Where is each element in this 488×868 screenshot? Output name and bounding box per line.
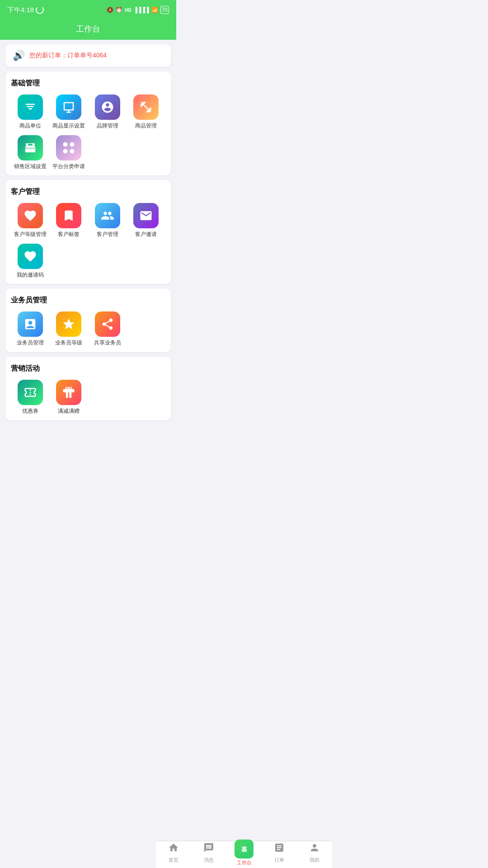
icon-product-unit [18,94,43,120]
icon-salesperson-level [56,311,81,337]
item-salesperson-level[interactable]: 业务员等级 [50,311,89,347]
icon-product-display [56,94,81,120]
bottom-nav: 首页 消息 嘉 工作台 订单 我的 [156,841,176,868]
item-customer-tag[interactable]: 客户标签 [50,203,89,238]
speaker-icon: 🔊 [13,50,25,61]
icon-customer-tag [56,203,81,228]
item-discount-gift[interactable]: 满减满赠 [50,380,89,415]
svg-point-2 [63,149,68,153]
label-coupon: 优惠券 [22,408,38,415]
label-my-invite-code: 我的邀请码 [17,272,44,279]
label-customer-invite: 客户邀请 [135,231,157,238]
page-title: 工作台 [0,24,176,34]
signal-icon: ▐▐▐▐ [134,7,149,13]
notification-text: 您的新订单：订单单号4064 [29,52,107,60]
basic-icon-grid: 商品单位 商品显示设置 品牌管理 商品管理 [11,94,165,170]
icon-discount-gift [56,380,81,405]
item-product-unit[interactable]: 商品单位 [11,94,50,130]
label-salesperson-level: 业务员等级 [55,340,82,347]
label-sales-region: 销售区域设置 [14,163,47,170]
label-customer-tag: 客户标签 [58,231,80,238]
label-product-manage: 商品管理 [135,123,157,130]
item-my-invite-code[interactable]: 我的邀请码 [11,244,50,279]
status-time: 下午4:18 [7,6,44,14]
item-platform-category[interactable]: 平台分类申请 [50,135,89,170]
alarm-icon: ⏰ [116,7,122,13]
notification-bar[interactable]: 🔊 您的新订单：订单单号4064 [5,44,171,67]
item-product-manage[interactable]: 商品管理 [127,94,166,130]
icon-share-salesperson [95,311,120,337]
svg-point-3 [70,149,75,153]
wifi-icon: 📶 [151,7,158,13]
label-customer-manage: 客户管理 [97,231,118,238]
section-customer: 客户管理 客户等级管理 客户标签 客户管理 [5,180,171,284]
label-share-salesperson: 共享业务员 [94,340,121,347]
section-customer-title: 客户管理 [11,187,165,197]
icon-sales-region [18,135,43,160]
refresh-icon [36,6,44,14]
status-icons: 🔕 ⏰ HD ▐▐▐▐ 📶 70 [107,6,169,14]
customer-icon-grid: 客户等级管理 客户标签 客户管理 客户邀请 [11,203,165,278]
label-discount-gift: 满减满赠 [58,408,80,415]
icon-product-manage [133,94,159,120]
nav-home[interactable]: 首页 [156,842,176,863]
item-sales-region[interactable]: 销售区域设置 [11,135,50,170]
label-product-display: 商品显示设置 [52,123,85,130]
home-icon [168,842,176,856]
icon-customer-manage [95,203,120,228]
battery-icon: 70 [160,6,169,14]
item-customer-manage[interactable]: 客户管理 [88,203,127,238]
marketing-icon-grid: 优惠券 满减满赠 [11,380,165,415]
icon-my-invite-code [18,244,43,269]
section-marketing-title: 营销活动 [11,364,165,373]
app-header: 工作台 [0,20,176,40]
label-platform-category: 平台分类申请 [52,163,85,170]
salesperson-icon-grid: 业务员管理 业务员等级 共享业务员 [11,311,165,347]
item-share-salesperson[interactable]: 共享业务员 [88,311,127,347]
item-customer-level[interactable]: 客户等级管理 [11,203,50,238]
icon-customer-invite [133,203,159,228]
section-basic-title: 基础管理 [11,79,165,88]
section-salesperson-title: 业务员管理 [11,296,165,305]
mute-icon: 🔕 [107,7,113,13]
item-product-display[interactable]: 商品显示设置 [50,94,89,130]
hd-icon: HD [125,8,131,13]
icon-platform-category [56,135,81,160]
svg-point-0 [63,142,68,146]
icon-salesperson-manage [18,311,43,337]
status-bar: 下午4:18 🔕 ⏰ HD ▐▐▐▐ 📶 70 [0,0,176,20]
label-product-unit: 商品单位 [19,123,41,130]
section-salesperson: 业务员管理 业务员管理 业务员等级 共享业务员 [5,288,171,352]
item-customer-invite[interactable]: 客户邀请 [127,203,166,238]
label-customer-level: 客户等级管理 [14,231,47,238]
section-marketing: 营销活动 优惠券 满减满赠 [5,357,171,420]
label-brand-manage: 品牌管理 [97,123,118,130]
section-basic: 基础管理 商品单位 商品显示设置 品牌管理 [5,71,171,175]
item-coupon[interactable]: 优惠券 [11,380,50,415]
label-salesperson-manage: 业务员管理 [17,340,44,347]
item-salesperson-manage[interactable]: 业务员管理 [11,311,50,347]
svg-point-1 [70,142,75,146]
icon-customer-level [18,203,43,228]
icon-coupon [18,380,43,405]
item-brand-manage[interactable]: 品牌管理 [88,94,127,130]
nav-home-label: 首页 [169,857,176,863]
icon-brand-manage [95,94,120,120]
